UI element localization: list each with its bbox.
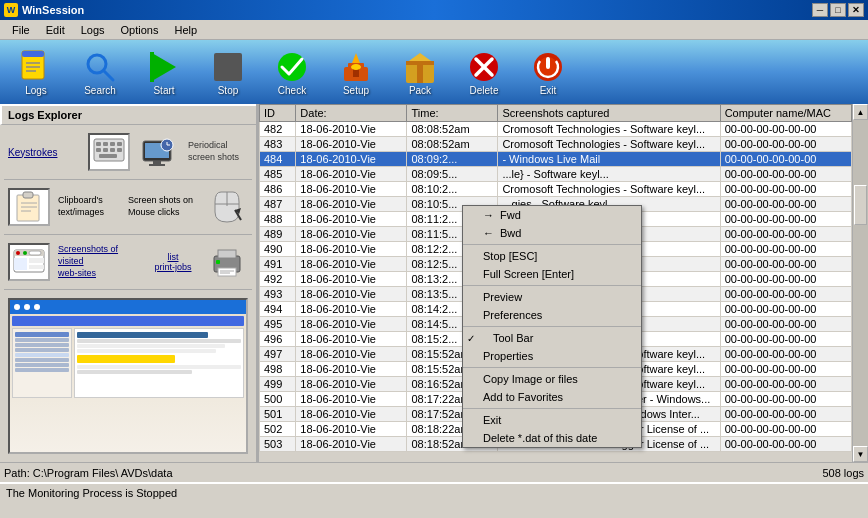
cell-id: 495 [260, 317, 296, 332]
cell-date: 18-06-2010-Vie [296, 287, 407, 302]
stop-button[interactable]: Stop [200, 49, 256, 96]
svg-rect-58 [29, 258, 44, 263]
maximize-button[interactable]: □ [830, 3, 846, 17]
divider-1 [4, 179, 252, 180]
cell-id: 487 [260, 197, 296, 212]
websites-label[interactable]: Screenshots ofvisitedweb-sites [58, 244, 140, 279]
explorer-items: Keystrokes [0, 125, 256, 462]
websites-row: Screenshots ofvisitedweb-sites listprint… [4, 239, 252, 285]
menu-edit[interactable]: Edit [38, 22, 73, 38]
menu-options[interactable]: Options [113, 22, 167, 38]
col-id: ID [260, 105, 296, 122]
cell-computer: 00-00-00-00-00-00 [720, 257, 851, 272]
table-row[interactable]: 48318-06-2010-Vie08:08:52amCromosoft Tec… [260, 137, 852, 152]
ctx-sep-5 [463, 408, 641, 409]
logs-button[interactable]: Logs [8, 49, 64, 96]
logs-explorer-title: Logs Explorer [0, 104, 256, 125]
cell-screenshots: Cromosoft Technologies - Software keyl..… [498, 182, 720, 197]
menu-logs[interactable]: Logs [73, 22, 113, 38]
path-text: Path: C:\Program Files\ AVDs\data [4, 467, 173, 479]
scroll-up-button[interactable]: ▲ [853, 104, 868, 120]
websites-icon [8, 243, 50, 281]
table-row[interactable]: 48618-06-2010-Vie08:10:2...Cromosoft Tec… [260, 182, 852, 197]
delete-button[interactable]: Delete [456, 49, 512, 96]
clipboard-icon [8, 188, 50, 226]
svg-rect-18 [417, 63, 423, 83]
title-bar: W WinSession ─ □ ✕ [0, 0, 868, 20]
ctx-delete-dat[interactable]: Delete *.dat of this date [463, 429, 641, 447]
cell-time: 08:08:52am [407, 122, 498, 137]
search-button[interactable]: Search [72, 49, 128, 96]
ctx-sep-2 [463, 285, 641, 286]
cell-id: 498 [260, 362, 296, 377]
delete-label: Delete [470, 85, 499, 96]
menu-help[interactable]: Help [166, 22, 205, 38]
exit-button[interactable]: Exit [520, 49, 576, 96]
window-controls: ─ □ ✕ [812, 3, 864, 17]
header-row: ID Date: Time: Screenshots captured Comp… [260, 105, 852, 122]
cell-id: 492 [260, 272, 296, 287]
cell-computer: 00-00-00-00-00-00 [720, 272, 851, 287]
cell-date: 18-06-2010-Vie [296, 227, 407, 242]
cell-computer: 00-00-00-00-00-00 [720, 437, 851, 452]
close-button[interactable]: ✕ [848, 3, 864, 17]
table-row[interactable]: 48418-06-2010-Vie08:09:2...- Windows Liv… [260, 152, 852, 167]
check-icon [274, 49, 310, 85]
list-label[interactable]: listprint-jobs [148, 252, 198, 272]
ctx-stop[interactable]: Stop [ESC] [463, 247, 641, 265]
setup-button[interactable]: Setup [328, 49, 384, 96]
ctx-copy-image[interactable]: Copy Image or files [463, 370, 641, 388]
cell-time: 08:09:2... [407, 152, 498, 167]
ctx-exit[interactable]: Exit [463, 411, 641, 429]
cell-computer: 00-00-00-00-00-00 [720, 422, 851, 437]
menu-file[interactable]: File [4, 22, 38, 38]
cell-computer: 00-00-00-00-00-00 [720, 167, 851, 182]
ctx-add-favorites[interactable]: Add to Favorites [463, 388, 641, 406]
col-date: Date: [296, 105, 407, 122]
minimize-button[interactable]: ─ [812, 3, 828, 17]
cell-id: 482 [260, 122, 296, 137]
start-button[interactable]: Start [136, 49, 192, 96]
cell-screenshots: Cromosoft Technologies - Software keyl..… [498, 137, 720, 152]
pack-button[interactable]: Pack [392, 49, 448, 96]
cell-date: 18-06-2010-Vie [296, 122, 407, 137]
ctx-properties[interactable]: Properties [463, 347, 641, 365]
cell-computer: 00-00-00-00-00-00 [720, 302, 851, 317]
clipboard-row: Clipboard'stext/images Screen shots on M… [4, 184, 252, 230]
ctx-sep-4 [463, 367, 641, 368]
keystrokes-icon [88, 133, 130, 171]
ctx-preferences[interactable]: Preferences [463, 306, 641, 324]
scroll-track[interactable] [853, 120, 868, 446]
cell-id: 501 [260, 407, 296, 422]
preview-header [10, 300, 246, 314]
keystrokes-label[interactable]: Keystrokes [8, 147, 80, 158]
svg-rect-43 [17, 195, 39, 221]
cell-id: 502 [260, 422, 296, 437]
cell-computer: 00-00-00-00-00-00 [720, 362, 851, 377]
status-bar: The Monitoring Process is Stopped [0, 482, 868, 502]
window-title: WinSession [22, 4, 812, 16]
table-row[interactable]: 48218-06-2010-Vie08:08:52amCromosoft Tec… [260, 122, 852, 137]
table-row[interactable]: 48518-06-2010-Vie08:09:5......le} - Soft… [260, 167, 852, 182]
ctx-fwd[interactable]: → Fwd [463, 206, 641, 224]
scroll-thumb[interactable] [854, 185, 867, 225]
cell-id: 491 [260, 257, 296, 272]
clipboard-label: Clipboard'stext/images [58, 195, 120, 218]
svg-rect-32 [103, 148, 108, 152]
context-menu: → Fwd ← Bwd Stop [ESC] Full Screen [Ente… [462, 205, 642, 448]
check-button[interactable]: Check [264, 49, 320, 96]
printer-icon [206, 243, 248, 281]
col-time: Time: [407, 105, 498, 122]
ctx-bwd[interactable]: ← Bwd [463, 224, 641, 242]
cell-date: 18-06-2010-Vie [296, 392, 407, 407]
ctx-fullscreen[interactable]: Full Screen [Enter] [463, 265, 641, 283]
cell-computer: 00-00-00-00-00-00 [720, 242, 851, 257]
logs-count: 508 logs [822, 467, 864, 479]
cell-screenshots: - Windows Live Mail [498, 152, 720, 167]
cell-id: 503 [260, 437, 296, 452]
scroll-down-button[interactable]: ▼ [853, 446, 868, 462]
ctx-toolbar[interactable]: Tool Bar [463, 329, 641, 347]
ctx-preview[interactable]: Preview [463, 288, 641, 306]
vertical-scrollbar[interactable]: ▲ ▼ [852, 104, 868, 462]
svg-rect-14 [353, 69, 359, 77]
